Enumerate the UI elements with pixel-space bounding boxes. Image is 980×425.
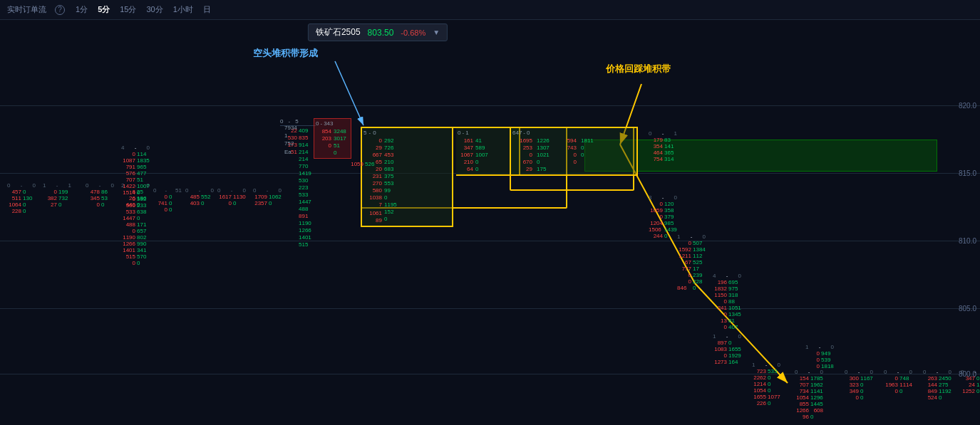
mid-bottom-1: 1-0 0949 0539 01818 [805, 344, 834, 369]
tab-5min[interactable]: 5分 [96, 4, 112, 16]
cluster-far-left-1: 0 - 0 4570 511130 10640 2280 [7, 182, 36, 214]
mid-cluster-left: 1059526 [349, 161, 378, 167]
cluster-left-6: 0 - 0 485552 4030 [185, 187, 214, 206]
timeframe-tabs: 1分 5分 15分 30分 1小时 日 [73, 4, 213, 16]
tab-30min[interactable]: 30分 [145, 4, 165, 16]
instrument-price: 803.50 [368, 28, 394, 38]
yellow-cluster-main: 5-0 0 29 667 65 20 231 270 580 1038 7 10… [361, 127, 453, 227]
bottom-cluster-2: 1-0 723533 22620 12140 10540 16551077 22… [752, 362, 780, 406]
price-line-805: 805.0 [0, 308, 980, 309]
chart-area: 820.0 815.0 810.0 805.0 800.0 铁矿石2505 80… [0, 20, 980, 425]
cluster-left-2: 1 - 1 0199 382732 270 [43, 182, 71, 208]
cluster-left-8: 0 - 0 17091062 23570 [253, 187, 282, 206]
bearish-annotation: 空头堆积带形成 [253, 47, 318, 60]
instrument-bar: 铁矿石2505 803.50 -0.68% ▼ [308, 23, 448, 41]
bottom-cluster-1: 1-0 8970 10831655 01929 1273164 [713, 333, 741, 365]
price-line-800: 800.0 [0, 374, 980, 374]
info-icon[interactable]: ? [55, 5, 65, 15]
red-cluster-block: 0-343 854 203 0 3248 3017 51 0 [314, 118, 351, 159]
instrument-name: 铁矿石2505 [316, 26, 361, 38]
cluster-left-3: 0 - 0 47886 34553 00 [86, 182, 114, 208]
right-cluster-2: 3-0 0120 1059358 0379 1204985 15061439 2… [649, 194, 677, 239]
tab-day[interactable]: 日 [201, 4, 213, 16]
price-line-820: 820.0 [0, 105, 980, 106]
right-cluster-3: 1-0 0507 15921384 1211112 67525 77717 02… [677, 234, 706, 291]
price-label-810: 810.0 [959, 237, 976, 245]
instrument-change: -0.68% [401, 28, 425, 37]
cluster-left-5: 0 - 51 00 7410 00 [153, 187, 182, 213]
dropdown-icon[interactable]: ▼ [433, 28, 440, 36]
price-label-820: 820.0 [959, 102, 976, 110]
header-bar: 实时订单流 ? 1分 5分 15分 30分 1小时 日 [0, 0, 980, 20]
price-label-805: 805.0 [959, 305, 976, 313]
right-cluster-1: 0-1 17983 354141 464365 754314 [649, 130, 677, 162]
detected-text-area: 7934 1 752 Ea [284, 124, 297, 156]
bottom-cluster-3: 0-0 1541785 7071962 7341141 10541296 855… [795, 369, 823, 420]
bottom-cluster-6: 0-0 2632450 144275 8491192 5240 [923, 369, 951, 401]
bottom-cluster-4: 0-0 3001167 3230 3490 00 [845, 369, 873, 401]
tab-15min[interactable]: 15分 [118, 4, 138, 16]
price-retest-annotation: 价格回踩堆积带 [606, 63, 671, 75]
yellow-cluster-far-right: 647-0 1695 253 0 670 29 1226 1307 1021 0… [510, 127, 638, 176]
bottom-cluster-5: 0-0 0748 19631114 00 [884, 369, 912, 394]
price-label-815: 815.0 [959, 169, 976, 177]
right-cluster-4: 4-0 196695 1832975 1150318 088 2411051 0… [713, 273, 741, 330]
cluster-left-7: 0 - 0 16171130 00 [217, 187, 246, 206]
bottom-cluster-7: 0-0 3470 241825 12520 [961, 369, 980, 394]
app-title: 实时订单流 [7, 4, 46, 15]
mid-left-cluster-1: 4-0 0114 10871835 791965 576477 70751 14… [121, 145, 150, 266]
tab-1hour[interactable]: 1小时 [171, 4, 195, 16]
tab-1min[interactable]: 1分 [73, 4, 90, 16]
svg-line-2 [335, 61, 363, 125]
